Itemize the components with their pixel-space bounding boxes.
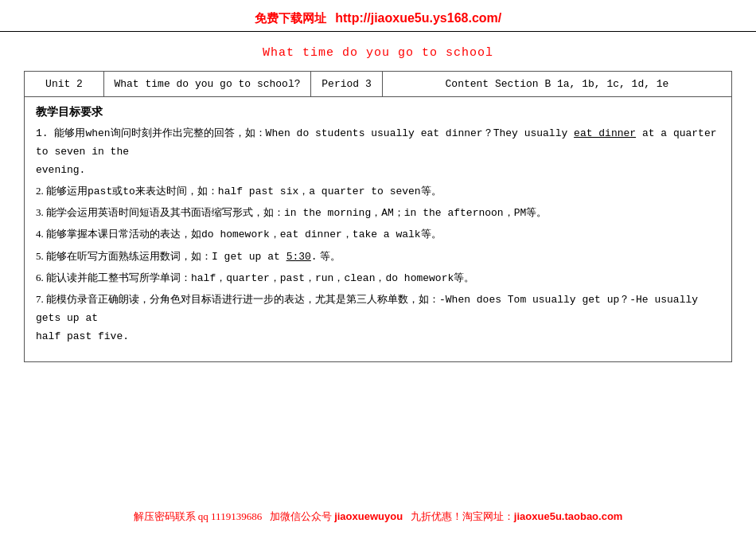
objectives-list: 1. 能够用when询问时刻并作出完整的回答，如：When do student…: [36, 124, 720, 346]
free-download-text: 免费下载网址: [255, 11, 326, 25]
lesson-info-table: Unit 2 What time do you go to school? Pe…: [24, 71, 732, 97]
period-cell: Period 3: [311, 72, 383, 97]
objectives-box: 教学目标要求 1. 能够用when询问时刻并作出完整的回答，如：When do …: [24, 97, 732, 362]
list-item: 2. 能够运用past或to来表达时间，如：half past six，a qu…: [36, 182, 720, 201]
download-url[interactable]: http://jiaoxue5u.ys168.com/: [335, 11, 501, 25]
list-item: 4. 能够掌握本课日常活动的表达，如do homework，eat dinner…: [36, 225, 720, 244]
table-row: Unit 2 What time do you go to school? Pe…: [25, 72, 732, 97]
objectives-title: 教学目标要求: [36, 105, 720, 119]
list-item: 5. 能够在听写方面熟练运用数词，如：I get up at 5:30. 等。: [36, 248, 720, 266]
list-item: 7. 能模仿录音正确朗读，分角色对目标语进行进一步的表达，尤其是第三人称单数，如…: [36, 291, 720, 346]
page-subtitle: What time do you go to school: [0, 38, 756, 71]
list-item: 1. 能够用when询问时刻并作出完整的回答，如：When do student…: [36, 124, 720, 179]
footer-text: 解压密码联系 qq 1119139686 加微信公众号 jiaoxuewuyou…: [134, 510, 623, 522]
list-item: 3. 能学会运用英语时间短语及其书面语缩写形式，如：in the morning…: [36, 204, 720, 222]
list-item: 6. 能认读并能工整书写所学单词：half，quarter，past，run，c…: [36, 269, 720, 287]
topic-cell: What time do you go to school?: [104, 72, 311, 97]
page-wrapper: 免费下载网址 http://jiaoxue5u.ys168.com/ What …: [0, 0, 756, 535]
top-banner: 免费下载网址 http://jiaoxue5u.ys168.com/: [0, 0, 756, 32]
unit-cell: Unit 2: [25, 72, 104, 97]
main-content: Unit 2 What time do you go to school? Pe…: [0, 71, 756, 362]
content-cell: Content Section B 1a, 1b, 1c, 1d, 1e: [383, 72, 732, 97]
bottom-footer: 解压密码联系 qq 1119139686 加微信公众号 jiaoxuewuyou…: [0, 510, 756, 524]
